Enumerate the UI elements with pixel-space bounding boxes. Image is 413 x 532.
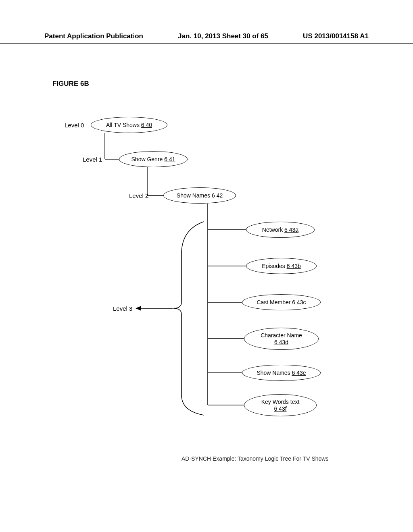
- node-cast-member: Cast Member 6 43c: [242, 294, 321, 310]
- figure-caption: AD-SYNCH Example: Taxonomy Logic Tree Fo…: [181, 455, 328, 462]
- diagram-canvas: Level 0 Level 1 Level 2 Level 3 All TV S…: [0, 105, 413, 468]
- node-ref: 6 40: [141, 122, 152, 128]
- page-header: Patent Application Publication Jan. 10, …: [0, 32, 413, 44]
- level-0-label: Level 0: [65, 122, 84, 129]
- node-character-name: Character Name 6 43d: [244, 328, 319, 350]
- node-show-names: Show Names 6 42: [163, 187, 236, 204]
- node-key-words: Key Words text 6 43f: [244, 394, 317, 416]
- node-network: Network 6 43a: [246, 222, 315, 238]
- node-ref: 6 43d: [274, 339, 288, 345]
- header-left: Patent Application Publication: [44, 32, 143, 40]
- node-ref: 6 43f: [274, 405, 286, 412]
- node-episodes: Episodes 6 43b: [246, 258, 317, 274]
- node-text: All TV Shows: [106, 122, 140, 128]
- node-text: Show Genre: [131, 156, 163, 162]
- node-all-tv-shows: All TV Shows 6 40: [91, 117, 167, 133]
- node-ref: 6 43a: [284, 227, 298, 233]
- arrow-left-icon: [136, 306, 141, 311]
- level-3-label: Level 3: [113, 305, 132, 312]
- connector-lines: [0, 105, 413, 468]
- figure-label: FIGURE 6B: [52, 80, 89, 88]
- node-ref: 6 43e: [292, 370, 306, 376]
- node-text: Key Words text: [261, 399, 300, 405]
- level-1-label: Level 1: [83, 156, 102, 163]
- node-text: Episodes: [262, 263, 285, 269]
- level-2-label: Level 2: [129, 192, 148, 199]
- node-text: Network: [262, 227, 283, 233]
- node-text: Character Name: [261, 332, 302, 339]
- node-text: Cast Member: [257, 299, 290, 305]
- node-show-names-2: Show Names 6 43e: [242, 365, 321, 381]
- node-show-genre: Show Genre 6 41: [119, 151, 188, 167]
- node-ref: 6 42: [212, 192, 223, 199]
- node-text: Show Names: [257, 370, 290, 376]
- header-right: US 2013/0014158 A1: [303, 32, 369, 40]
- node-ref: 6 43b: [287, 263, 301, 269]
- node-ref: 6 41: [164, 156, 175, 162]
- node-ref: 6 43c: [292, 299, 306, 305]
- header-center: Jan. 10, 2013 Sheet 30 of 65: [178, 32, 268, 40]
- node-text: Show Names: [177, 192, 210, 199]
